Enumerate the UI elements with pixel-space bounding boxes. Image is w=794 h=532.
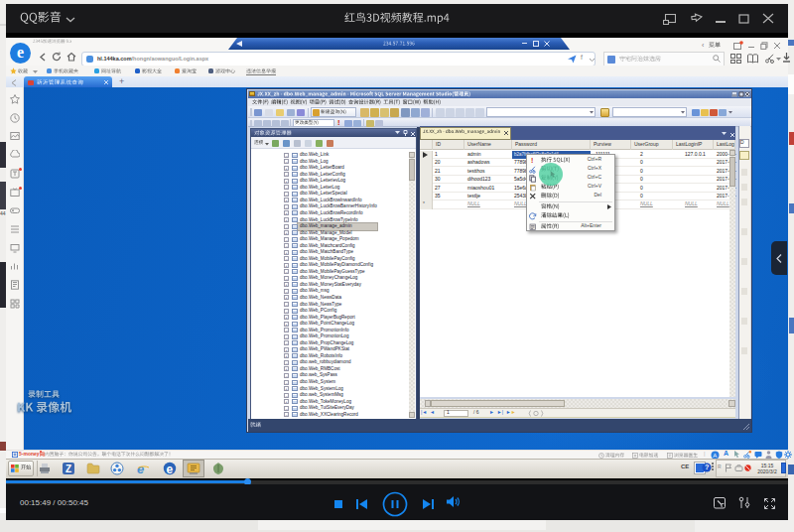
svg-text:A: A xyxy=(713,452,717,458)
svg-text:e: e xyxy=(166,463,173,476)
svg-text:!: ! xyxy=(531,157,533,164)
svg-text:e: e xyxy=(137,462,144,475)
svg-text:Z: Z xyxy=(66,464,71,474)
svg-text:?: ? xyxy=(705,463,710,471)
